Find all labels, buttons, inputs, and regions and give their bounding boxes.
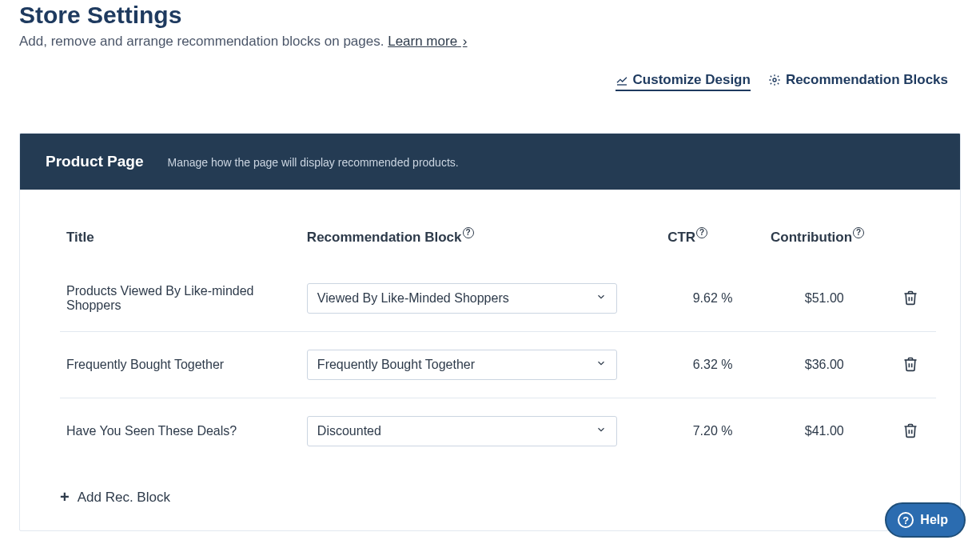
table-row: Have You Seen These Deals? Discounted 7.… bbox=[60, 398, 936, 465]
recommendation-blocks-label: Recommendation Blocks bbox=[786, 72, 948, 88]
recommendation-block-select[interactable]: Viewed By Like-Minded Shoppers bbox=[307, 283, 617, 314]
add-rec-block-label: Add Rec. Block bbox=[78, 490, 170, 506]
row-contribution: $36.00 bbox=[764, 332, 884, 398]
recommendation-block-select[interactable]: Discounted bbox=[307, 416, 617, 446]
delete-row-button[interactable] bbox=[899, 286, 922, 311]
svg-point-0 bbox=[773, 78, 776, 82]
recommendation-blocks-button[interactable]: Recommendation Blocks bbox=[768, 72, 948, 91]
page-title: Store Settings bbox=[19, 0, 980, 29]
table-row: Frequently Bought Together Frequently Bo… bbox=[60, 332, 936, 398]
panel-header-title: Product Page bbox=[46, 153, 143, 170]
customize-design-button[interactable]: Customize Design bbox=[615, 72, 751, 91]
table-row: Products Viewed By Like-minded Shoppers … bbox=[60, 266, 936, 332]
gear-icon bbox=[768, 74, 781, 86]
question-icon: ? bbox=[898, 512, 914, 528]
chevron-down-icon bbox=[596, 424, 607, 438]
delete-row-button[interactable] bbox=[899, 353, 922, 378]
select-value: Discounted bbox=[317, 424, 381, 438]
col-header-title: Title bbox=[60, 222, 301, 266]
row-contribution: $51.00 bbox=[764, 266, 884, 332]
row-title: Frequently Bought Together bbox=[60, 332, 301, 398]
row-contribution: $41.00 bbox=[764, 398, 884, 465]
learn-more-link[interactable]: Learn more › bbox=[388, 34, 467, 49]
trash-icon bbox=[902, 362, 918, 374]
paint-icon bbox=[615, 74, 628, 86]
help-icon[interactable]: ? bbox=[853, 227, 864, 238]
row-ctr: 9.62 % bbox=[661, 266, 764, 332]
recommendation-table: Title Recommendation Block? CTR? Contrib… bbox=[60, 222, 936, 464]
chevron-down-icon bbox=[596, 358, 607, 372]
subtitle-text: Add, remove and arrange recommendation b… bbox=[19, 34, 388, 49]
row-ctr: 7.20 % bbox=[661, 398, 764, 465]
chevron-down-icon bbox=[596, 291, 607, 306]
add-rec-block-button[interactable]: + Add Rec. Block bbox=[60, 464, 936, 506]
panel-header-subtitle: Manage how the page will display recomme… bbox=[167, 156, 458, 169]
plus-icon: + bbox=[60, 488, 70, 506]
delete-row-button[interactable] bbox=[899, 419, 922, 444]
select-value: Viewed By Like-Minded Shoppers bbox=[317, 291, 509, 306]
trash-icon bbox=[902, 429, 918, 441]
help-icon[interactable]: ? bbox=[696, 227, 707, 238]
select-value: Frequently Bought Together bbox=[317, 358, 475, 372]
col-header-block: Recommendation Block? bbox=[301, 222, 661, 266]
help-widget-button[interactable]: ? Help bbox=[885, 502, 966, 538]
trash-icon bbox=[902, 296, 918, 308]
row-ctr: 6.32 % bbox=[661, 332, 764, 398]
customize-design-label: Customize Design bbox=[633, 72, 751, 88]
top-actions: Customize Design Recommendation Blocks bbox=[0, 50, 980, 91]
col-header-contribution: Contribution? bbox=[764, 222, 884, 266]
chevron-right-icon: › bbox=[463, 34, 468, 49]
panel-header: Product Page Manage how the page will di… bbox=[20, 134, 960, 190]
recommendation-block-select[interactable]: Frequently Bought Together bbox=[307, 350, 617, 380]
help-label: Help bbox=[920, 513, 948, 527]
page-subtitle: Add, remove and arrange recommendation b… bbox=[19, 34, 980, 50]
product-page-panel: Product Page Manage how the page will di… bbox=[19, 133, 961, 531]
row-title: Have You Seen These Deals? bbox=[60, 398, 301, 465]
row-title: Products Viewed By Like-minded Shoppers bbox=[60, 266, 301, 332]
help-icon[interactable]: ? bbox=[463, 227, 474, 238]
col-header-ctr: CTR? bbox=[661, 222, 764, 266]
